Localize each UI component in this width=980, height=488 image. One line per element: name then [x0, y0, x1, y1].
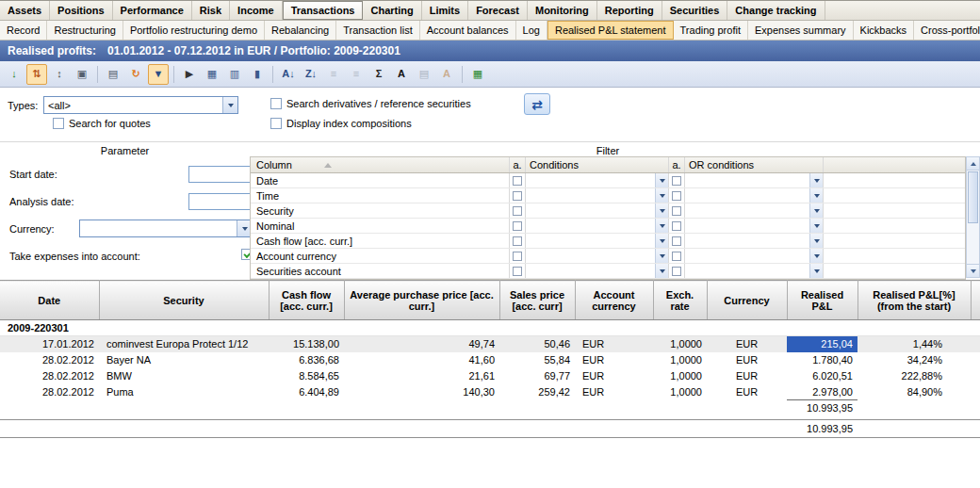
subtab-log[interactable]: Log: [516, 21, 547, 40]
filter-and-checkbox[interactable]: [513, 236, 522, 246]
outline-icon[interactable]: ≡: [323, 64, 344, 85]
header-security[interactable]: Security: [99, 281, 269, 320]
filter-condition-select[interactable]: [526, 203, 668, 218]
chevron-down-icon[interactable]: [655, 173, 668, 187]
filter-or-checkbox[interactable]: [672, 176, 681, 186]
filter-or-condition-select[interactable]: [685, 188, 823, 203]
save-layout-icon[interactable]: ▣: [72, 64, 92, 85]
scroll-down-icon[interactable]: [967, 264, 979, 277]
tab-reporting[interactable]: Reporting: [597, 1, 662, 20]
tab-limits[interactable]: Limits: [422, 1, 468, 20]
tab-change-tracking[interactable]: Change tracking: [727, 1, 825, 20]
subtab-expenses-summary[interactable]: Expenses summary: [748, 21, 854, 40]
analysis-date-input[interactable]: [188, 193, 253, 210]
chevron-down-icon[interactable]: [655, 203, 668, 218]
tab-assets[interactable]: Assets: [0, 1, 50, 20]
tab-risk[interactable]: Risk: [192, 1, 230, 20]
header-cash-flow[interactable]: Cash flow [acc. curr.]: [269, 281, 344, 320]
chart-scale-icon[interactable]: ⇅: [26, 64, 47, 85]
start-date-input[interactable]: [188, 166, 253, 183]
filter-and-checkbox[interactable]: [513, 252, 522, 261]
group-rows-icon[interactable]: ≡: [346, 64, 367, 85]
filter-or-checkbox[interactable]: [672, 252, 681, 261]
table-row[interactable]: 28.02.2012 Puma 6.404,89 140,30 259,42 E…: [0, 384, 980, 400]
tab-transactions[interactable]: Transactions: [283, 1, 364, 20]
filter-condition-select[interactable]: [526, 249, 668, 263]
header-exch-rate[interactable]: Exch. rate: [653, 281, 707, 320]
subtab-record[interactable]: Record: [0, 21, 47, 40]
filter-or-condition-select[interactable]: [685, 234, 823, 248]
chart-fit-icon[interactable]: ↕: [49, 64, 70, 85]
header-currency[interactable]: Currency: [707, 281, 787, 320]
chevron-down-icon[interactable]: [809, 264, 823, 278]
index-checkbox[interactable]: [270, 118, 282, 129]
subtab-portfolio-restructuring-demo[interactable]: Portfolio restructuring demo: [123, 21, 265, 40]
filter-header-or-conditions[interactable]: OR conditions: [685, 157, 824, 172]
subtab-cross-portfolio[interactable]: Cross-portfolio: [914, 21, 980, 40]
table-row[interactable]: 28.02.2012 BMW 8.584,65 21,61 69,77 EUR …: [0, 368, 980, 384]
filter-or-checkbox[interactable]: [672, 191, 681, 201]
chevron-down-icon[interactable]: [809, 203, 823, 218]
scroll-up-icon[interactable]: [967, 157, 979, 171]
chevron-down-icon[interactable]: [655, 219, 668, 233]
filter-or-condition-select[interactable]: [685, 264, 823, 278]
chevron-down-icon[interactable]: [655, 234, 668, 248]
scrollbar-thumb[interactable]: [968, 171, 978, 223]
filter-or-condition-select[interactable]: [685, 219, 823, 233]
filter-header-column[interactable]: Column: [251, 157, 510, 172]
filter-condition-select[interactable]: [526, 173, 668, 187]
export-icon[interactable]: ↓: [4, 64, 24, 85]
filter-and-checkbox[interactable]: [513, 267, 522, 276]
sort-descending-icon[interactable]: Z↓: [301, 64, 321, 85]
chevron-down-icon[interactable]: [222, 97, 237, 113]
chevron-down-icon[interactable]: [809, 188, 823, 203]
subtab-transaction-list[interactable]: Transaction list: [336, 21, 420, 40]
columns-icon[interactable]: ▮: [247, 64, 268, 85]
chevron-down-icon[interactable]: [809, 249, 823, 263]
filter-condition-select[interactable]: [526, 264, 668, 278]
filter-or-condition-select[interactable]: [685, 173, 823, 187]
refresh-icon[interactable]: ↻: [125, 64, 146, 85]
subtab-realised-pl-statement[interactable]: Realised P&L statement: [547, 21, 674, 40]
font-icon[interactable]: A: [391, 64, 412, 85]
filter-and-checkbox[interactable]: [513, 221, 522, 231]
filter-scrollbar[interactable]: [966, 156, 980, 278]
format-icon[interactable]: A: [436, 64, 457, 85]
chevron-down-icon[interactable]: [809, 173, 823, 187]
filter-or-checkbox[interactable]: [672, 221, 681, 231]
chevron-down-icon[interactable]: [655, 188, 668, 203]
print-icon[interactable]: ▤: [103, 64, 123, 85]
subtab-account-balances[interactable]: Account balances: [420, 21, 516, 40]
tab-forecast[interactable]: Forecast: [468, 1, 528, 20]
filter-condition-select[interactable]: [526, 219, 668, 233]
table-row[interactable]: 28.02.2012 Bayer NA 6.836,68 41,60 55,84…: [0, 352, 980, 368]
subtab-kickbacks[interactable]: Kickbacks: [854, 21, 915, 40]
subtab-restructuring[interactable]: Restructuring: [47, 21, 122, 40]
chevron-down-icon[interactable]: [655, 264, 668, 278]
currency-select[interactable]: [79, 220, 253, 237]
chevron-down-icon[interactable]: [655, 249, 668, 263]
tab-monitoring[interactable]: Monitoring: [528, 1, 597, 20]
tab-securities[interactable]: Securities: [662, 1, 728, 20]
sum-icon[interactable]: Σ: [368, 64, 389, 85]
tab-income[interactable]: Income: [230, 1, 283, 20]
filter-or-checkbox[interactable]: [672, 236, 681, 246]
tab-positions[interactable]: Positions: [50, 1, 113, 20]
filter-header-and2[interactable]: a.: [669, 157, 685, 172]
header-avg-purchase-price[interactable]: Average purchase price [acc. curr.]: [344, 281, 499, 320]
sort-ascending-icon[interactable]: A↓: [278, 64, 299, 85]
derivatives-checkbox[interactable]: [270, 98, 282, 109]
filter-condition-select[interactable]: [526, 188, 668, 203]
tab-performance[interactable]: Performance: [113, 1, 192, 20]
filter-condition-select[interactable]: [526, 234, 668, 248]
align-icon[interactable]: ▤: [414, 64, 434, 85]
subtab-rebalancing[interactable]: Rebalancing: [265, 21, 336, 40]
portfolio-group-row[interactable]: 2009-220301: [0, 320, 980, 336]
filter-and-checkbox[interactable]: [513, 176, 522, 186]
header-account-currency[interactable]: Account currency: [575, 281, 653, 320]
filter-header-conditions[interactable]: Conditions: [526, 157, 669, 172]
filter-or-checkbox[interactable]: [672, 206, 681, 216]
go-to-end-icon[interactable]: ▶: [179, 64, 200, 85]
header-realised-pl-pct[interactable]: Realised P&L[%] (from the start): [858, 281, 971, 320]
filter-or-checkbox[interactable]: [672, 267, 681, 276]
